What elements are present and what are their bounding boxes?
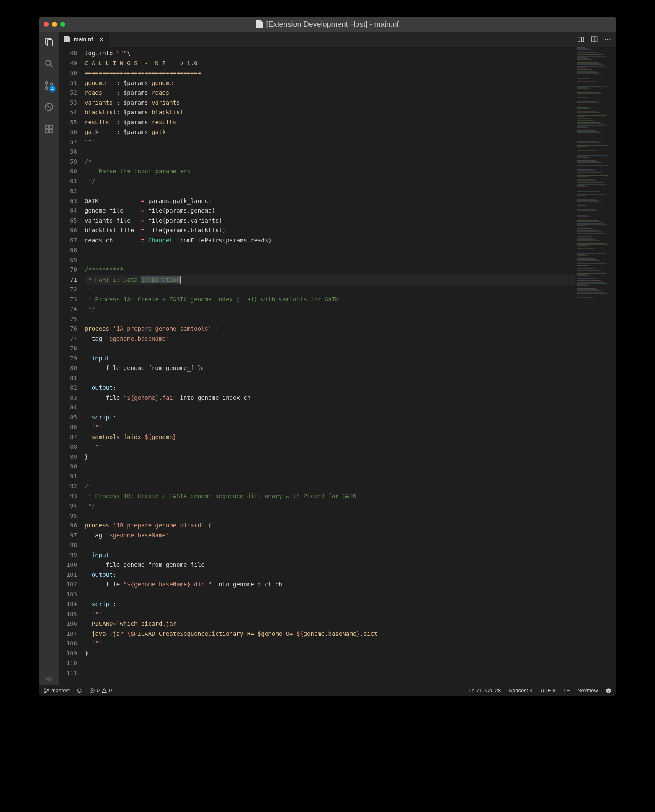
traffic-lights xyxy=(44,22,65,27)
explorer-icon[interactable] xyxy=(43,36,55,48)
svg-rect-10 xyxy=(49,125,53,128)
extensions-icon[interactable] xyxy=(43,123,55,135)
workbench: 4 main.nf ✕ xyxy=(39,32,616,685)
file-icon xyxy=(256,20,263,28)
branch-name: master* xyxy=(51,687,70,694)
svg-rect-9 xyxy=(45,125,49,128)
language-mode[interactable]: Nextflow xyxy=(577,687,598,694)
split-icon[interactable] xyxy=(591,36,598,43)
status-bar: master* 0 0 Ln 71, Col 28 Spaces: 4 UTF-… xyxy=(39,685,616,696)
svg-point-19 xyxy=(607,39,608,40)
debug-icon[interactable] xyxy=(43,101,55,113)
code-content[interactable]: log.info """\C A L L I N G S - N F v 1.0… xyxy=(85,47,575,685)
svg-point-29 xyxy=(609,690,609,690)
encoding[interactable]: UTF-8 xyxy=(540,687,556,694)
svg-point-6 xyxy=(51,83,53,85)
settings-icon[interactable] xyxy=(43,673,55,685)
minimap[interactable] xyxy=(575,47,616,685)
maximize-button[interactable] xyxy=(60,22,65,27)
svg-point-4 xyxy=(46,82,48,84)
editor[interactable]: 4849505152535455565758596061626364656667… xyxy=(59,47,616,685)
compare-icon[interactable] xyxy=(577,36,585,43)
tab-bar: main.nf ✕ xyxy=(59,32,616,47)
editor-group: main.nf ✕ 484950515253545556575859606162… xyxy=(59,32,616,685)
tab-label: main.nf xyxy=(74,36,93,43)
svg-rect-14 xyxy=(578,37,580,42)
close-button[interactable] xyxy=(44,22,49,27)
activity-bar: 4 xyxy=(39,32,59,685)
svg-point-2 xyxy=(46,60,51,65)
svg-rect-12 xyxy=(49,129,53,133)
search-icon[interactable] xyxy=(43,58,55,69)
svg-rect-11 xyxy=(45,129,49,133)
sync-indicator[interactable] xyxy=(77,688,83,694)
minimize-button[interactable] xyxy=(52,22,57,27)
editor-actions xyxy=(577,36,616,43)
indentation[interactable]: Spaces: 4 xyxy=(508,687,533,694)
scm-badge: 4 xyxy=(49,85,56,92)
line-numbers: 4849505152535455565758596061626364656667… xyxy=(59,47,85,685)
svg-point-20 xyxy=(609,39,610,40)
svg-point-23 xyxy=(47,689,48,690)
svg-line-8 xyxy=(46,104,52,110)
source-control-icon[interactable]: 4 xyxy=(43,80,55,91)
close-icon[interactable]: ✕ xyxy=(99,36,104,43)
tab-main-nf[interactable]: main.nf ✕ xyxy=(59,32,109,47)
svg-point-13 xyxy=(48,678,50,680)
vscode-window: [Extension Development Host] - main.nf 4 xyxy=(39,17,616,696)
svg-rect-1 xyxy=(47,40,52,46)
warning-count: 0 xyxy=(109,687,112,694)
svg-point-27 xyxy=(606,688,611,693)
window-title: [Extension Development Host] - main.nf xyxy=(256,20,399,29)
more-icon[interactable] xyxy=(604,36,611,43)
svg-point-18 xyxy=(605,39,606,40)
window-title-text: [Extension Development Host] - main.nf xyxy=(266,20,399,29)
svg-rect-15 xyxy=(582,37,584,42)
branch-indicator[interactable]: master* xyxy=(44,687,70,694)
svg-point-22 xyxy=(44,691,45,692)
svg-point-5 xyxy=(46,87,48,90)
problems-indicator[interactable]: 0 0 xyxy=(89,687,112,694)
error-count: 0 xyxy=(97,687,100,694)
eol[interactable]: LF xyxy=(563,687,570,694)
file-icon xyxy=(64,36,70,42)
svg-point-28 xyxy=(607,690,608,690)
feedback-icon[interactable] xyxy=(606,688,611,694)
titlebar[interactable]: [Extension Development Host] - main.nf xyxy=(39,17,616,32)
svg-line-3 xyxy=(50,65,53,67)
cursor-position[interactable]: Ln 71, Col 28 xyxy=(469,687,501,694)
svg-point-21 xyxy=(44,688,45,689)
